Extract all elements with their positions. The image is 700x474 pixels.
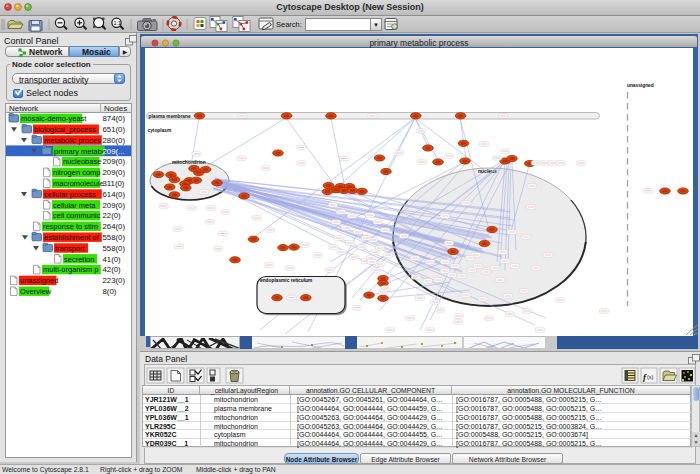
svg-text:cytoplasm: cytoplasm — [148, 128, 172, 133]
svg-text:209(...: 209(... — [103, 147, 125, 156]
svg-text:metabolic proces: metabolic proces — [44, 136, 101, 145]
svg-text:macromolecule: macromolecule — [53, 179, 104, 188]
svg-text:558(0): 558(0) — [103, 244, 126, 253]
svg-text:614(0): 614(0) — [103, 190, 126, 199]
svg-text:cellular process: cellular process — [44, 190, 96, 199]
svg-text:209(0): 209(0) — [103, 157, 126, 166]
svg-text:41(0): 41(0) — [103, 255, 122, 264]
svg-text:transport: transport — [55, 244, 86, 253]
svg-text:mitochondrion: mitochondrion — [172, 160, 206, 165]
svg-text:nitrogen comp: nitrogen comp — [53, 168, 101, 177]
svg-text:264(0): 264(0) — [103, 222, 126, 231]
svg-text:cell communic: cell communic — [53, 211, 101, 220]
svg-text:558(0): 558(0) — [103, 233, 126, 242]
svg-text:(x): (x) — [647, 374, 654, 380]
svg-text:multi-organism p: multi-organism p — [43, 265, 98, 274]
svg-text:mosaic-demo-yeast: mosaic-demo-yeast — [21, 114, 87, 123]
svg-text:209(0): 209(0) — [103, 168, 126, 177]
svg-text:endoplasmic reticulum: endoplasmic reticulum — [260, 278, 312, 283]
svg-text:42(0): 42(0) — [103, 265, 122, 274]
svg-text:establishment of: establishment of — [44, 233, 100, 242]
svg-text:plasma membrane: plasma membrane — [149, 114, 191, 119]
svg-text:unassigned: unassigned — [20, 276, 58, 285]
svg-text:Overview: Overview — [20, 287, 52, 296]
svg-text:311(0): 311(0) — [103, 179, 125, 188]
svg-text:651(0): 651(0) — [103, 125, 126, 134]
svg-text:cellular meta: cellular meta — [53, 201, 96, 210]
svg-text:8(0): 8(0) — [103, 287, 117, 296]
svg-text:unassigned: unassigned — [627, 83, 654, 88]
svg-text:223(0): 223(0) — [103, 276, 126, 285]
svg-text:22(0): 22(0) — [103, 211, 122, 220]
svg-text:280(0): 280(0) — [103, 136, 126, 145]
svg-text:874(0): 874(0) — [103, 114, 126, 123]
svg-text:secretion: secretion — [64, 255, 94, 264]
svg-text:nucleobase: nucleobase — [63, 157, 101, 166]
svg-text:209(0): 209(0) — [103, 201, 126, 210]
svg-text:response to stim: response to stim — [43, 222, 98, 231]
svg-text:biological_process: biological_process — [34, 125, 96, 134]
svg-text:primary metabo: primary metabo — [54, 147, 106, 156]
